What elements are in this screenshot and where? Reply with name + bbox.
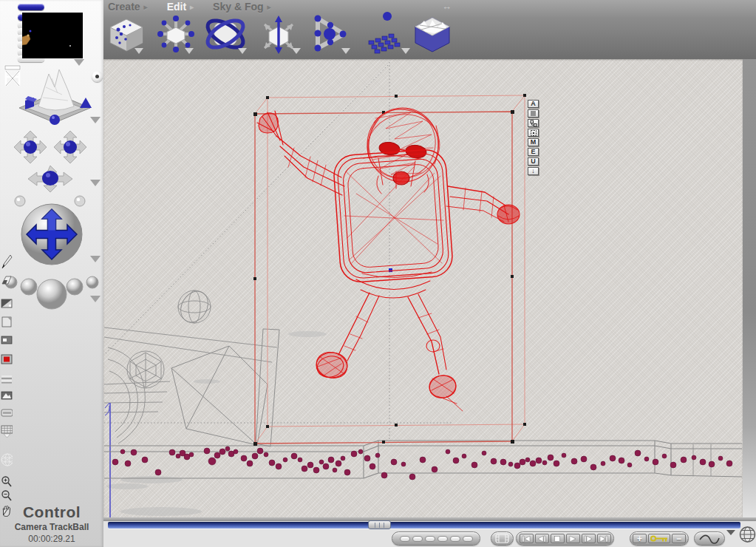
scatter-dot: [364, 455, 370, 461]
memory-dot-1[interactable]: [18, 4, 44, 10]
globe-icon[interactable]: [739, 526, 756, 543]
animation-curve-button[interactable]: [694, 531, 725, 546]
replicate-flyout-triangle-icon[interactable]: [401, 48, 410, 54]
rotate-flyout-triangle-icon[interactable]: [238, 48, 247, 54]
scatter-dot: [155, 469, 161, 475]
scatter-dot: [409, 474, 415, 480]
first-frame-button[interactable]: [520, 534, 534, 543]
menu-edit[interactable]: Edit▸: [167, 1, 194, 13]
timeline-handle[interactable]: [368, 520, 391, 529]
scatter-dot: [358, 449, 363, 454]
create-flyout-triangle-icon[interactable]: [134, 48, 143, 54]
render-preview-window[interactable]: [22, 13, 83, 58]
solid-toggle-button[interactable]: [528, 109, 539, 118]
scatter-dots: [112, 446, 732, 480]
scatter-dot: [446, 449, 450, 454]
camera-trackball[interactable]: [19, 202, 84, 267]
keyframe-key-button[interactable]: [648, 534, 670, 543]
pan-flyout-triangle-icon[interactable]: [90, 180, 101, 186]
memory-pill-3[interactable]: [425, 536, 435, 542]
film-strip-button[interactable]: [491, 531, 514, 546]
record-radio-button[interactable]: [92, 71, 103, 82]
control-mode-label: Camera TrackBall: [0, 522, 103, 532]
scatter-dot: [333, 468, 337, 472]
scatter-dot: [530, 461, 536, 466]
pen-icon[interactable]: [1, 254, 13, 270]
scene-flyout-triangle-icon[interactable]: [90, 117, 101, 123]
scatter-dot: [351, 451, 357, 457]
scatter-dot: [112, 459, 118, 465]
eraser-icon[interactable]: [1, 273, 13, 286]
camera-pan-widgets[interactable]: [10, 129, 93, 200]
reposition-flyout-triangle-icon[interactable]: [292, 48, 301, 54]
delete-keyframe-button[interactable]: −: [672, 534, 686, 543]
terrain-edit-icon[interactable]: [412, 16, 452, 55]
scatter-dot: [381, 472, 387, 478]
stop-button[interactable]: [551, 534, 565, 543]
band-resize-icon[interactable]: ↔: [442, 1, 452, 12]
zoom-out-icon[interactable]: [1, 489, 13, 502]
playback-controls: [516, 531, 614, 546]
scatter-dot: [247, 461, 253, 466]
link-icon: [530, 120, 537, 127]
mountain-preview-icon[interactable]: [1, 391, 13, 400]
collapse-button[interactable]: ↓: [528, 167, 539, 175]
material-button[interactable]: M: [528, 138, 539, 146]
scatter-dot: [601, 461, 605, 466]
unlock-button[interactable]: U: [528, 157, 539, 166]
gray-wireframe-props: [104, 286, 327, 517]
scene-viewport[interactable]: [103, 59, 743, 517]
resize-flyout-triangle-icon[interactable]: [185, 48, 194, 54]
bar-window-icon[interactable]: [1, 409, 13, 417]
scatter-dot: [298, 458, 302, 462]
memory-pill-5[interactable]: [450, 536, 460, 542]
scatter-dot: [500, 459, 506, 465]
memory-pill-2[interactable]: [412, 536, 423, 542]
memory-pill-4[interactable]: [437, 536, 448, 542]
create-object-icon[interactable]: [108, 18, 145, 52]
grid-expand-icon[interactable]: [1, 425, 13, 438]
memory-pill-6[interactable]: [463, 536, 473, 542]
bounds-button[interactable]: [528, 129, 539, 137]
top-toolbar-band: Create▸ Edit▸ Sky & Fog▸ ↔: [103, 0, 756, 59]
timeline-scrubber[interactable]: [108, 522, 740, 529]
scatter-dot: [276, 463, 282, 469]
scatter-dot: [571, 458, 577, 464]
align-flyout-triangle-icon[interactable]: [341, 48, 350, 54]
render-options-icon[interactable]: [1, 299, 13, 308]
menu-create[interactable]: Create▸: [108, 1, 148, 13]
scatter-dot: [252, 453, 258, 459]
play-button[interactable]: [566, 534, 580, 543]
attributes-button[interactable]: A: [528, 100, 539, 108]
render-window-icon[interactable]: [1, 336, 13, 344]
menu-sky-fog[interactable]: Sky & Fog▸: [213, 1, 271, 13]
text-lines-icon[interactable]: [1, 375, 13, 384]
scatter-dot: [264, 452, 268, 457]
scatter-dot: [644, 457, 649, 461]
key-icon: [650, 534, 669, 543]
scatter-dot: [125, 461, 131, 466]
memory-dot-spheres[interactable]: [1, 271, 102, 313]
step-back-button[interactable]: [535, 534, 549, 543]
scatter-dot: [344, 469, 350, 475]
render-button-icon[interactable]: [1, 354, 13, 364]
scene-canvas: [103, 59, 743, 517]
add-keyframe-button[interactable]: +: [633, 534, 647, 543]
pan-hand-icon[interactable]: [1, 503, 13, 517]
scatter-dot: [653, 459, 658, 465]
edit-button[interactable]: E: [528, 148, 539, 156]
animation-flyout-triangle-icon[interactable]: [726, 530, 735, 535]
wireframe-sphere-icon[interactable]: [1, 452, 13, 467]
last-frame-button[interactable]: [597, 534, 611, 543]
step-forward-button[interactable]: [582, 534, 596, 543]
control-title: Control: [0, 503, 103, 521]
scatter-dot: [391, 459, 397, 465]
link-button[interactable]: [528, 119, 539, 127]
zoom-in-icon[interactable]: [1, 475, 13, 488]
scatter-dot: [302, 466, 307, 472]
spheres-flyout-triangle-icon[interactable]: [90, 296, 101, 302]
scene-preview-widget[interactable]: [16, 65, 93, 126]
page-icon[interactable]: [1, 316, 13, 327]
trackball-flyout-triangle-icon[interactable]: [90, 256, 101, 262]
memory-pill-1[interactable]: [400, 536, 410, 542]
